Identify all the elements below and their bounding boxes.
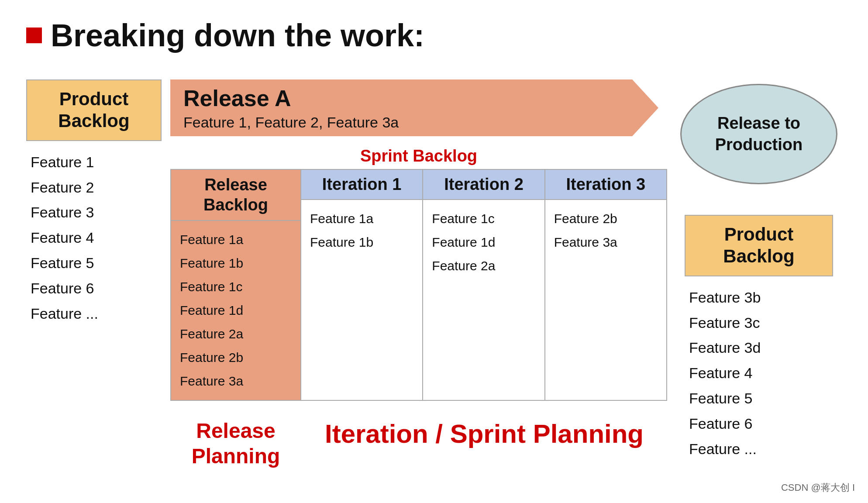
list-item: Feature 4 (31, 225, 98, 251)
release-backlog-feature-list: Feature 1a Feature 1b Feature 1c Feature… (171, 221, 300, 400)
release-a-features: Feature 1, Feature 2, Feature 3a (183, 114, 658, 131)
title-square-icon (26, 28, 42, 43)
left-product-backlog-col: ProductBacklog Feature 1 Feature 2 Featu… (26, 79, 170, 469)
list-item: Feature 2b (180, 346, 292, 369)
iteration-1-header: Iteration 1 (301, 170, 422, 200)
list-item: Feature 2b (554, 207, 658, 231)
iteration-1-col: Iteration 1 Feature 1a Feature 1b (301, 169, 423, 401)
page-title: Breaking down the work: (51, 17, 424, 53)
iterations-row: ReleaseBacklog Feature 1a Feature 1b Fea… (170, 169, 667, 401)
release-to-production-ellipse: Release toProduction (680, 84, 837, 184)
release-a-banner: Release A Feature 1, Feature 2, Feature … (170, 79, 667, 141)
iteration-sprint-label: Iteration / Sprint Planning (301, 418, 667, 469)
list-item: Feature ... (689, 437, 761, 462)
iteration-3-header: Iteration 3 (545, 170, 666, 200)
list-item: Feature 1a (310, 207, 413, 231)
release-a-arrow: Release A Feature 1, Feature 2, Feature … (170, 79, 658, 136)
center-col: Release A Feature 1, Feature 2, Feature … (170, 79, 667, 469)
right-product-backlog: ProductBacklog Feature 3b Feature 3c Fea… (685, 215, 833, 462)
release-planning-label: ReleasePlanning (170, 418, 301, 469)
iteration-2-header: Iteration 2 (423, 170, 544, 200)
list-item: Feature 2 (31, 175, 98, 200)
list-item: Feature 1d (180, 299, 292, 322)
bottom-labels: ReleasePlanning Iteration / Sprint Plann… (170, 418, 667, 469)
iteration-3-features: Feature 2b Feature 3a (545, 200, 666, 261)
sprint-backlog-label: Sprint Backlog (170, 147, 667, 165)
list-item: Feature 3a (554, 231, 658, 254)
list-item: Feature 3 (31, 200, 98, 225)
list-item: Feature ... (31, 301, 98, 327)
release-a-title: Release A (183, 85, 658, 111)
left-product-backlog-box: ProductBacklog (26, 79, 162, 141)
list-item: Feature 1d (432, 231, 535, 254)
list-item: Feature 1b (310, 231, 413, 254)
page-container: Breaking down the work: ProductBacklog F… (0, 0, 868, 503)
list-item: Feature 4 (689, 361, 761, 386)
list-item: Feature 1 (31, 150, 98, 175)
watermark: CSDN @蒋大创 I (781, 481, 855, 494)
list-item: Feature 3c (689, 310, 761, 336)
list-item: Feature 3a (180, 369, 292, 393)
iteration-3-col: Iteration 3 Feature 2b Feature 3a (545, 169, 667, 401)
diagram: ProductBacklog Feature 1 Feature 2 Featu… (26, 79, 842, 469)
list-item: Feature 5 (31, 251, 98, 276)
right-feature-list: Feature 3b Feature 3c Feature 3d Feature… (685, 285, 761, 462)
list-item: Feature 1c (180, 275, 292, 299)
list-item: Feature 1a (180, 228, 292, 252)
list-item: Feature 3d (689, 335, 761, 361)
right-col: Release toProduction ProductBacklog Feat… (667, 79, 842, 469)
iteration-1-features: Feature 1a Feature 1b (301, 200, 422, 261)
list-item: Feature 6 (31, 276, 98, 301)
right-product-backlog-box: ProductBacklog (685, 215, 833, 276)
list-item: Feature 1b (180, 252, 292, 275)
list-item: Feature 2a (180, 322, 292, 346)
list-item: Feature 5 (689, 386, 761, 411)
title-row: Breaking down the work: (26, 17, 842, 53)
iteration-2-features: Feature 1c Feature 1d Feature 2a (423, 200, 544, 285)
iteration-2-col: Iteration 2 Feature 1c Feature 1d Featur… (423, 169, 545, 401)
list-item: Feature 1c (432, 207, 535, 231)
list-item: Feature 2a (432, 254, 535, 278)
left-feature-list: Feature 1 Feature 2 Feature 3 Feature 4 … (26, 150, 98, 327)
list-item: Feature 6 (689, 411, 761, 437)
release-backlog-header: ReleaseBacklog (171, 170, 300, 221)
list-item: Feature 3b (689, 285, 761, 310)
release-backlog-box: ReleaseBacklog Feature 1a Feature 1b Fea… (170, 169, 301, 401)
